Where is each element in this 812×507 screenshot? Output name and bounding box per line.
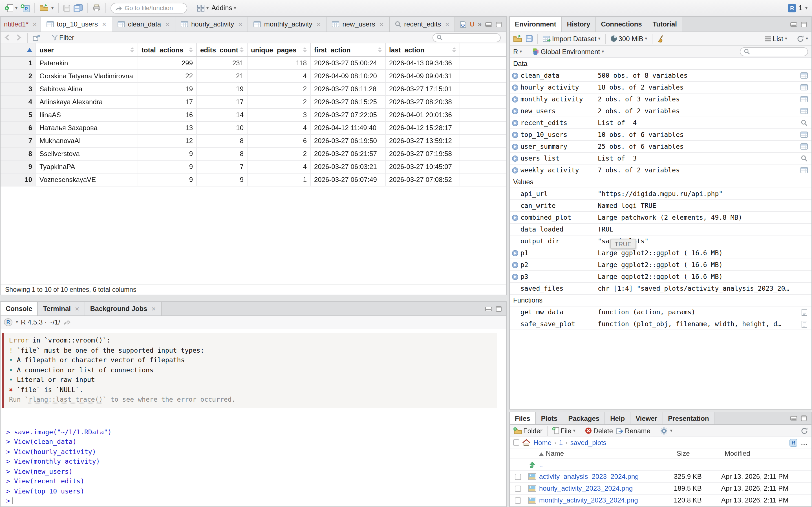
table-row[interactable]: 9TyapkinaPA9742026-03-27 06:03:212026-03…	[1, 161, 506, 173]
expand-object-icon[interactable]	[512, 262, 518, 268]
back-icon[interactable]	[4, 34, 11, 41]
file-checkbox[interactable]	[515, 473, 521, 480]
file-link[interactable]: hourly_activity_2023_2024.png	[539, 485, 674, 492]
breadcrumb-1[interactable]: 1	[559, 439, 563, 446]
table-row[interactable]: 10VoznesenskayaVE9912026-03-27 06:07:492…	[1, 173, 506, 186]
pane-splitter-horizontal[interactable]	[509, 409, 812, 412]
goto-file-input[interactable]	[124, 4, 181, 11]
table-search-input[interactable]	[445, 34, 497, 41]
environment-object-row[interactable]: monthly_activity 2 obs. of 3 variables	[510, 94, 811, 105]
view-table-icon[interactable]	[800, 167, 808, 173]
memory-usage-button[interactable]: 300 MiB ▾	[610, 35, 647, 43]
close-icon[interactable]: ✕	[33, 21, 37, 27]
close-icon[interactable]: ✕	[316, 21, 321, 27]
chevron-down-icon[interactable]: ▾	[16, 320, 18, 325]
close-icon[interactable]: ✕	[102, 21, 107, 27]
files-more-button[interactable]: ▾	[660, 427, 672, 435]
tab-tutorial[interactable]: Tutorial	[648, 17, 682, 32]
breadcrumb-saved-plots[interactable]: saved_plots	[570, 439, 606, 446]
expand-object-icon[interactable]	[512, 214, 518, 221]
tab-presentation[interactable]: Presentation	[663, 412, 714, 424]
close-icon[interactable]: ✕	[165, 21, 170, 27]
expand-object-icon[interactable]	[512, 108, 518, 114]
tab-connections[interactable]: Connections	[596, 17, 647, 32]
table-row[interactable]: 2Gorskina Tatyana Vladimirovna222142026-…	[1, 70, 506, 83]
environment-value-row[interactable]: api_url "https://digida.mgpu.ru/api.php"	[510, 188, 811, 200]
close-icon[interactable]: ✕	[151, 305, 156, 312]
tab-overflow-icon[interactable]: »	[478, 20, 481, 28]
parent-directory-link[interactable]: ..	[539, 461, 674, 469]
tab-background-jobs[interactable]: Background Jobs✕	[85, 302, 162, 316]
environment-value-row[interactable]: p1 Large ggplot2::ggplot ( 16.6 MB)	[510, 247, 811, 259]
environment-value-row[interactable]: can_write Named logi TRUE	[510, 200, 811, 212]
environment-search[interactable]	[740, 47, 808, 56]
environment-function-row[interactable]: get_mw_data function (action, params)	[510, 306, 811, 318]
environment-object-row[interactable]: new_users 2 obs. of 2 variables	[510, 105, 811, 117]
open-new-window-icon[interactable]	[33, 34, 41, 41]
environment-object-row[interactable]: top_10_users 10 obs. of 6 variables	[510, 129, 811, 141]
tab-untitled1[interactable]: ntitled1* ✕	[1, 17, 41, 32]
table-row[interactable]: 7MukhanovaAI12862026-03-27 06:19:502026-…	[1, 135, 506, 148]
environment-object-row[interactable]: hourly_activity 18 obs. of 2 variables	[510, 82, 811, 94]
tab-plots[interactable]: Plots	[536, 412, 563, 424]
file-row-up[interactable]: ..	[510, 459, 811, 471]
view-function-icon[interactable]	[801, 320, 807, 328]
expand-object-icon[interactable]	[512, 131, 518, 138]
view-table-icon[interactable]	[800, 96, 808, 103]
inspect-object-icon[interactable]	[801, 155, 808, 162]
refresh-files-button[interactable]	[801, 427, 808, 434]
tab-help[interactable]: Help	[605, 412, 630, 424]
new-project-button[interactable]: R	[20, 4, 30, 12]
tab-clean-data[interactable]: clean_data ✕	[112, 17, 175, 32]
close-icon[interactable]: ✕	[379, 21, 384, 27]
r-project-indicator-icon[interactable]: R	[790, 439, 797, 446]
expand-object-icon[interactable]	[512, 84, 518, 91]
new-file-blank-button[interactable]: File ▾	[552, 427, 575, 435]
environment-value-row[interactable]: output_dir "saved_plots"	[510, 235, 811, 247]
tab-recent-edits[interactable]: recent_edits ✕	[389, 17, 455, 32]
environment-value-row[interactable]: saved_files chr [1:4] "saved_plots/activ…	[510, 283, 811, 295]
home-icon[interactable]	[522, 439, 530, 446]
tab-environment[interactable]: Environment	[510, 17, 562, 32]
close-icon[interactable]: ✕	[445, 21, 450, 27]
pane-splitter-horizontal[interactable]	[0, 295, 507, 301]
file-row[interactable]: monthly_activity_2023_2024.png 120.8 KB …	[510, 495, 811, 506]
filter-button[interactable]: Filter	[51, 34, 74, 41]
select-all-checkbox[interactable]	[513, 439, 519, 446]
console-prompt-line[interactable]: >	[6, 496, 501, 506]
inspect-object-icon[interactable]	[801, 119, 808, 126]
save-all-button[interactable]	[73, 4, 83, 12]
expand-object-icon[interactable]	[512, 144, 518, 150]
minimize-pane-icon[interactable]	[485, 305, 492, 312]
column-header-modified[interactable]: Modified	[721, 450, 811, 457]
close-icon[interactable]: ✕	[75, 305, 80, 312]
tab-packages[interactable]: Packages	[563, 412, 605, 424]
new-folder-button[interactable]: Folder	[513, 427, 543, 435]
column-header-name[interactable]: Name	[539, 450, 673, 457]
expand-object-icon[interactable]	[512, 96, 518, 102]
file-checkbox[interactable]	[515, 497, 521, 503]
row-number-header[interactable]	[1, 43, 36, 56]
import-dataset-button[interactable]: Import Dataset ▾	[543, 35, 600, 43]
maximize-pane-icon[interactable]	[801, 415, 807, 421]
view-table-icon[interactable]	[800, 84, 808, 91]
environment-function-row[interactable]: safe_save_plot function (plot_obj, filen…	[510, 318, 811, 330]
expand-object-icon[interactable]	[512, 120, 518, 126]
file-row[interactable]: activity_analysis_2023_2024.png 325.9 KB…	[510, 471, 811, 483]
table-row[interactable]: 4Arlinskaya Alexandra171722026-03-27 06:…	[1, 96, 506, 109]
overflow-tab-label[interactable]: U	[470, 21, 474, 27]
environment-object-row[interactable]: recent_edits List of 4	[510, 117, 811, 129]
more-options-icon[interactable]: …	[801, 439, 808, 446]
table-row[interactable]: 1Patarakin2992311182026-03-27 05:00:2420…	[1, 57, 506, 70]
expand-object-icon[interactable]	[512, 167, 518, 173]
table-row[interactable]: 6Наталья Захарова131042026-04-12 11:49:4…	[1, 122, 506, 135]
view-table-icon[interactable]	[800, 131, 808, 138]
column-header-edits-count[interactable]: edits_count	[197, 43, 248, 56]
tab-console[interactable]: Console	[1, 302, 38, 316]
close-icon[interactable]: ✕	[238, 21, 243, 27]
environment-object-row[interactable]: clean_data 500 obs. of 8 variables	[510, 70, 811, 82]
environment-search-input[interactable]	[752, 48, 804, 55]
view-table-icon[interactable]	[800, 143, 808, 150]
table-row[interactable]: 8Sseliverstova9822026-03-27 06:21:572026…	[1, 148, 506, 161]
open-directory-icon[interactable]	[63, 319, 70, 325]
